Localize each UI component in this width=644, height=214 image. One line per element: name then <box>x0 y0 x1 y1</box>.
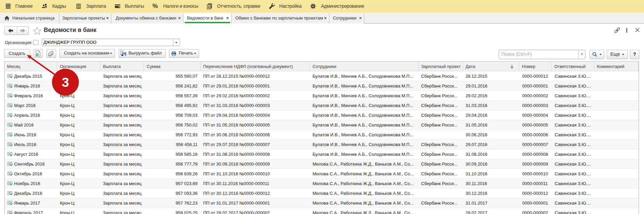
svg-text:3: 3 <box>62 75 69 90</box>
